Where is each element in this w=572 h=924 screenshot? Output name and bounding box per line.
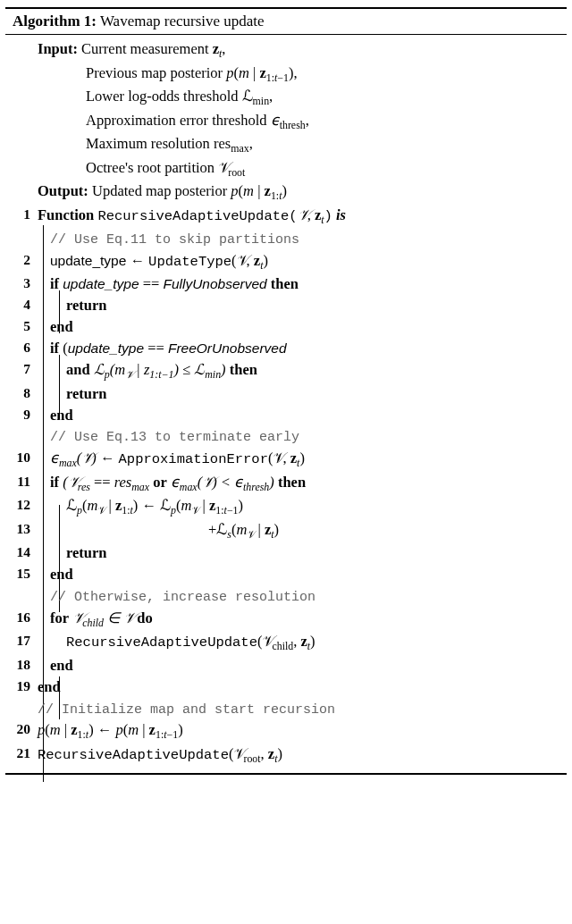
line-19: 19 end [9,676,563,698]
l10-fn: ApproximationError [119,451,268,467]
algorithm-body: Input: Current measurement zt, Previous … [5,35,567,773]
line-21: 21 RecursiveAdaptiveUpdate(𝒱root, zt) [9,743,563,768]
output-text: Updated map posterior p(m | z1:t) [92,182,287,199]
l13-expr: +ℒs(m𝒱 | zt) [208,521,279,538]
l3-a: update_type [63,276,139,291]
line-1: 1 Function RecursiveAdaptiveUpdate(𝒱, zt… [9,205,563,229]
input-line-6: Octree's root partition 𝒱root [86,159,245,176]
l11-eq: == [94,474,114,491]
kw-function: Function [38,206,94,223]
line-9: 9 end [9,405,563,426]
kw-and: and [66,361,90,378]
l6-a: update_type [68,340,144,356]
kw-end-5: end [38,678,61,695]
input-row: Input: Current measurement zt, [9,38,563,63]
comment-else: // Otherwise, increase resolution [9,585,563,608]
kw-then-2: then [230,361,257,378]
line-16: 16 for 𝒱child ∈ 𝒱 do [9,608,563,632]
kw-return-3: return [66,544,107,561]
algorithm-block: Algorithm 1: Wavemap recursive update In… [5,7,567,775]
l2-fn: UpdateType [148,254,231,270]
algorithm-name: Wavemap recursive update [100,13,265,29]
l12-expr: ℒp(m𝒱 | z1:t) ← ℒp(m𝒱 | z1:t−1) [66,497,243,514]
l17-fn: RecursiveAdaptiveUpdate [66,634,257,651]
l3-eq: == [143,275,164,292]
kw-or: or [153,474,167,491]
line-15: 15 end [9,564,563,585]
l11-d: ϵmax(𝒱) < ϵthresh) [171,474,274,491]
l2-lhs: update_type [50,253,126,268]
l16-b: 𝒱 [123,609,133,626]
line-13: 13 +ℒs(m𝒱 | zt) [9,519,563,543]
kw-in: ∈ [107,609,123,626]
line-11: 11 if (𝒱res == resmax or ϵmax(𝒱) < ϵthre… [9,472,563,496]
line-3: 3 if update_type == FullyUnobserved then [9,273,563,295]
kw-end-2: end [50,407,73,424]
kw-return-1: return [66,297,107,314]
comment-text-3: // Otherwise, increase resolution [50,590,315,605]
input-row-3: Lower log-odds threshold ℒmin, [9,86,563,110]
l3-c: FullyUnobserved [163,276,266,291]
comment-text-2: // Use Eq.13 to terminate early [50,430,299,445]
input-label: Input: [38,40,78,57]
line-10: 10 ϵmax(𝒱) ← ApproximationError(𝒱, zt) [9,448,563,472]
input-line-2: Previous map posterior p(m | z1:t−1), [86,64,298,81]
l7-expr: ℒp(m𝒱 | z1:t−1) ≤ ℒmin) [94,361,226,378]
l11-a: (𝒱res [63,474,90,491]
algorithm-title-row: Algorithm 1: Wavemap recursive update [5,9,567,35]
l10-lhs: ϵmax(𝒱) [50,449,97,466]
kw-do: do [137,609,152,626]
l16-a: 𝒱child [72,609,104,626]
l6-eq: == [147,340,168,357]
line-18: 18 end [9,655,563,676]
kw-if-2: if [50,340,59,357]
input-row-2: Previous map posterior p(m | z1:t−1), [9,63,563,87]
comment-text-1: // Use Eq.11 to skip partitions [50,232,299,248]
kw-if-3: if [50,474,59,491]
line-12: 12 ℒp(m𝒱 | z1:t) ← ℒp(m𝒱 | z1:t−1) [9,495,563,519]
comment-text-4: // Initialize map and start recursion [38,702,335,718]
line-2: 2 update_type ← UpdateType(𝒱, zt) [9,250,563,274]
fn-name: RecursiveAdaptiveUpdate( [97,208,297,224]
kw-if-1: if [50,275,59,292]
input-row-4: Approximation error threshold ϵthresh, [9,110,563,134]
input-row-6: Octree's root partition 𝒱root [9,157,563,181]
input-line-1: Current measurement zt, [81,40,225,57]
kw-then-1: then [271,275,299,292]
input-line-4: Approximation error threshold ϵthresh, [86,112,309,129]
kw-return-2: return [66,385,107,402]
line-14: 14 return [9,542,563,564]
line-4: 4 return [9,295,563,316]
l10-arrow: ← [100,449,119,466]
line-5: 5 end [9,316,563,338]
l20-expr: p(m | z1:t) ← p(m | z1:t−1) [38,721,183,738]
comment-term: // Use Eq.13 to terminate early [9,425,563,448]
input-line-3: Lower log-odds threshold ℒmin, [86,88,273,105]
input-row-5: Maximum resolution resmax, [9,133,563,157]
kw-then-3: then [278,474,306,491]
l21-fn: RecursiveAdaptiveUpdate [38,747,229,763]
l11-c: resmax [114,474,149,491]
line-8: 8 return [9,383,563,405]
output-row: Output: Updated map posterior p(m | z1:t… [9,181,563,205]
line-17: 17 RecursiveAdaptiveUpdate(𝒱child, zt) [9,631,563,655]
l2-arrow: ← [130,252,148,269]
algorithm-number: Algorithm 1: [13,13,97,29]
line-6: 6 if (update_type == FreeOrUnobserved [9,338,563,359]
kw-end-3: end [50,566,73,583]
line-20: 20 p(m | z1:t) ← p(m | z1:t−1) [9,719,563,743]
kw-is: is [336,206,346,223]
kw-for: for [50,609,69,626]
comment-init: // Initialize map and start recursion [9,698,563,720]
l6-c: FreeOrUnobserved [168,340,287,356]
input-line-5: Maximum resolution resmax, [86,135,253,152]
kw-end-4: end [50,657,73,674]
output-label: Output: [38,182,88,199]
comment-skip: // Use Eq.11 to skip partitions [9,228,563,250]
line-7: 7 and ℒp(m𝒱 | z1:t−1) ≤ ℒmin) then [9,359,563,383]
kw-end-1: end [50,318,73,335]
